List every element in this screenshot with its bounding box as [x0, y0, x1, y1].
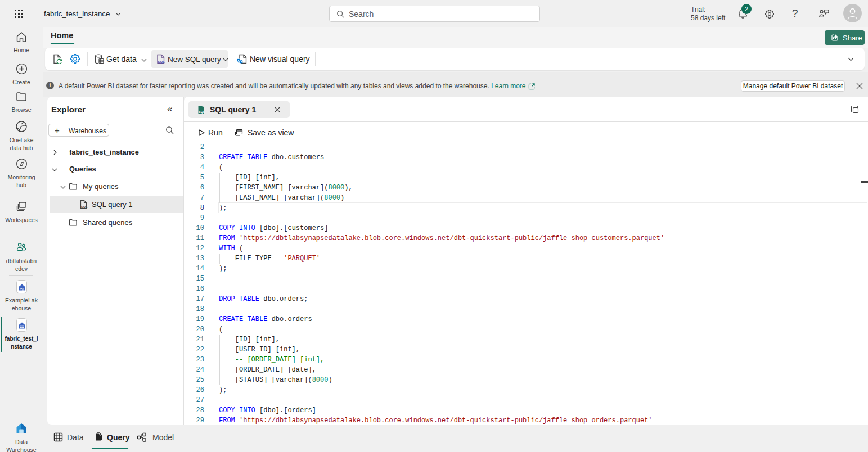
svg-text:SQL: SQL	[81, 205, 88, 209]
svg-text:SQL: SQL	[158, 60, 165, 64]
svg-text:SQL: SQL	[199, 110, 205, 114]
